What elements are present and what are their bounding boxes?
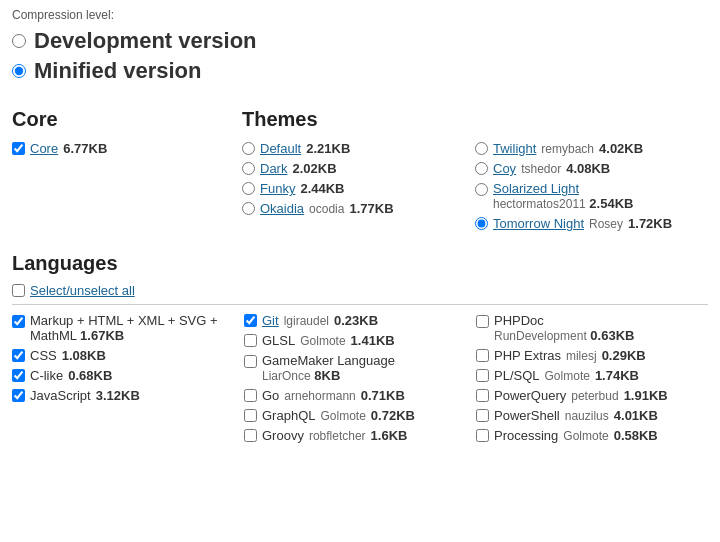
- lang-powerquery-checkbox[interactable]: [476, 389, 489, 402]
- lang-powershell-checkbox[interactable]: [476, 409, 489, 422]
- theme-okaidia-radio[interactable]: [242, 202, 255, 215]
- lang-processing-name: Processing: [494, 428, 558, 443]
- dev-radio[interactable]: [12, 34, 26, 48]
- lang-gamemaker-author: LiarOnce: [262, 369, 311, 383]
- lang-phpdoc-row: PHPDoc RunDevelopment 0.63KB: [476, 313, 708, 343]
- lang-groovy-size: 1.6KB: [371, 428, 408, 443]
- lang-phpdoc-line1: PHPDoc: [494, 313, 634, 328]
- theme-funky-name[interactable]: Funky: [260, 181, 295, 196]
- lang-go-author: arnehormann: [284, 389, 355, 403]
- lang-groovy-author: robfletcher: [309, 429, 366, 443]
- lang-powerquery-row: PowerQuery peterbud 1.91KB: [476, 388, 708, 403]
- lang-clike-row: C-like 0.68KB: [12, 368, 244, 383]
- theme-solarized-line1: Solarized Light: [493, 181, 633, 196]
- theme-twilight-row: Twilight remybach 4.02KB: [475, 141, 708, 156]
- lang-go-size: 0.71KB: [361, 388, 405, 403]
- lang-gamemaker-block: GameMaker Language LiarOnce 8KB: [262, 353, 395, 383]
- core-checkbox[interactable]: [12, 142, 25, 155]
- theme-dark-radio[interactable]: [242, 162, 255, 175]
- theme-solarized-line2: hectormatos2011 2.54KB: [493, 196, 633, 211]
- lang-powershell-author: nauzilus: [565, 409, 609, 423]
- theme-default-name[interactable]: Default: [260, 141, 301, 156]
- lang-git-author: lgiraudel: [284, 314, 329, 328]
- min-label: Minified version: [34, 58, 201, 84]
- lang-gamemaker-checkbox[interactable]: [244, 355, 257, 368]
- lang-js-row: JavaScript 3.12KB: [12, 388, 244, 403]
- lang-graphql-checkbox[interactable]: [244, 409, 257, 422]
- theme-coy-name[interactable]: Coy: [493, 161, 516, 176]
- theme-coy-radio[interactable]: [475, 162, 488, 175]
- themes-title: Themes: [242, 108, 708, 131]
- lang-phpextras-author: milesj: [566, 349, 597, 363]
- lang-go-row: Go arnehormann 0.71KB: [244, 388, 476, 403]
- lang-js-name: JavaScript: [30, 388, 91, 403]
- lang-groovy-checkbox[interactable]: [244, 429, 257, 442]
- core-name[interactable]: Core: [30, 141, 58, 156]
- theme-twilight-radio[interactable]: [475, 142, 488, 155]
- lang-graphql-author: Golmote: [320, 409, 365, 423]
- dev-option: Development version: [12, 28, 708, 54]
- lang-markup-name: Markup + HTML + XML + SVG +: [30, 313, 218, 328]
- lang-col2: Git lgiraudel 0.23KB GLSL Golmote 1.41KB…: [244, 313, 476, 448]
- themes-container: Default 2.21KB Dark 2.02KB Funky 2.44KB …: [242, 141, 708, 236]
- lang-js-size: 3.12KB: [96, 388, 140, 403]
- lang-graphql-row: GraphQL Golmote 0.72KB: [244, 408, 476, 423]
- lang-js-checkbox[interactable]: [12, 389, 25, 402]
- theme-dark-name[interactable]: Dark: [260, 161, 287, 176]
- lang-glsl-name: GLSL: [262, 333, 295, 348]
- theme-dark-row: Dark 2.02KB: [242, 161, 475, 176]
- lang-git-checkbox[interactable]: [244, 314, 257, 327]
- lang-phpdoc-checkbox[interactable]: [476, 315, 489, 328]
- lang-glsl-author: Golmote: [300, 334, 345, 348]
- languages-title: Languages: [12, 252, 708, 275]
- theme-okaidia-size: 1.77KB: [349, 201, 393, 216]
- select-all-checkbox[interactable]: [12, 284, 25, 297]
- lang-markup-name2: MathML: [30, 328, 76, 343]
- theme-twilight-name[interactable]: Twilight: [493, 141, 536, 156]
- lang-groovy-name: Groovy: [262, 428, 304, 443]
- lang-divider: [12, 304, 708, 305]
- lang-gamemaker-name: GameMaker Language: [262, 353, 395, 368]
- lang-git-name[interactable]: Git: [262, 313, 279, 328]
- theme-solarized-author: hectormatos2011: [493, 197, 586, 211]
- select-all-row: Select/unselect all: [12, 283, 708, 298]
- theme-funky-radio[interactable]: [242, 182, 255, 195]
- theme-tomorrow-radio[interactable]: [475, 217, 488, 230]
- lang-col1: Markup + HTML + XML + SVG + MathML 1.67K…: [12, 313, 244, 448]
- lang-processing-checkbox[interactable]: [476, 429, 489, 442]
- theme-solarized-name[interactable]: Solarized Light: [493, 181, 579, 196]
- min-radio[interactable]: [12, 64, 26, 78]
- theme-default-size: 2.21KB: [306, 141, 350, 156]
- lang-clike-size: 0.68KB: [68, 368, 112, 383]
- lang-powershell-name: PowerShell: [494, 408, 560, 423]
- lang-powershell-size: 4.01KB: [614, 408, 658, 423]
- theme-default-row: Default 2.21KB: [242, 141, 475, 156]
- lang-markup-checkbox[interactable]: [12, 315, 25, 328]
- theme-okaidia-name[interactable]: Okaidia: [260, 201, 304, 216]
- theme-twilight-author: remybach: [541, 142, 594, 156]
- lang-clike-checkbox[interactable]: [12, 369, 25, 382]
- lang-groovy-row: Groovy robfletcher 1.6KB: [244, 428, 476, 443]
- theme-tomorrow-size: 1.72KB: [628, 216, 672, 231]
- theme-tomorrow-name[interactable]: Tomorrow Night: [493, 216, 584, 231]
- select-all-label[interactable]: Select/unselect all: [30, 283, 135, 298]
- lang-phpextras-size: 0.29KB: [602, 348, 646, 363]
- lang-go-checkbox[interactable]: [244, 389, 257, 402]
- lang-phpextras-checkbox[interactable]: [476, 349, 489, 362]
- lang-css-size: 1.08KB: [62, 348, 106, 363]
- themes-col2: Twilight remybach 4.02KB Coy tshedor 4.0…: [475, 141, 708, 236]
- lang-plsql-checkbox[interactable]: [476, 369, 489, 382]
- lang-glsl-checkbox[interactable]: [244, 334, 257, 347]
- theme-solarized-radio[interactable]: [475, 183, 488, 196]
- lang-processing-author: Golmote: [563, 429, 608, 443]
- lang-css-checkbox[interactable]: [12, 349, 25, 362]
- theme-twilight-size: 4.02KB: [599, 141, 643, 156]
- core-item-row: Core 6.77KB: [12, 141, 242, 156]
- lang-git-size: 0.23KB: [334, 313, 378, 328]
- core-title: Core: [12, 108, 242, 131]
- theme-default-radio[interactable]: [242, 142, 255, 155]
- lang-css-row: CSS 1.08KB: [12, 348, 244, 363]
- dev-label: Development version: [34, 28, 257, 54]
- theme-coy-row: Coy tshedor 4.08KB: [475, 161, 708, 176]
- themes-col1: Default 2.21KB Dark 2.02KB Funky 2.44KB …: [242, 141, 475, 236]
